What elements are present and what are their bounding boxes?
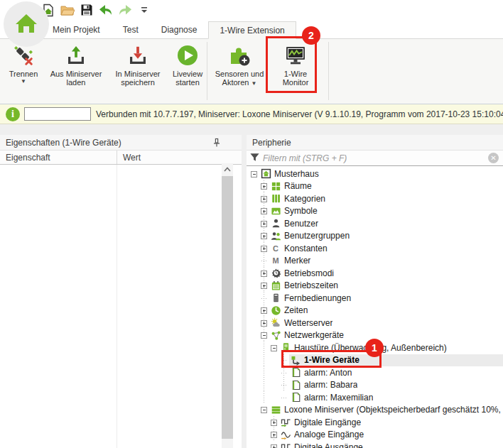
- tree-stub-line: [281, 385, 288, 386]
- collapse-icon[interactable]: [251, 171, 257, 177]
- tree-item[interactable]: alarm: Babara: [249, 379, 503, 392]
- user-group-icon: [270, 230, 281, 241]
- tree-indent-guide: [249, 429, 259, 442]
- tree-stub-line: [281, 373, 288, 373]
- tree-item-label: Symbole: [284, 206, 318, 216]
- expand-icon[interactable]: [271, 444, 277, 448]
- tree-item[interactable]: Betriebsmodi: [249, 267, 503, 280]
- expand-icon[interactable]: [261, 283, 267, 289]
- tree-expander-cell: [259, 205, 269, 218]
- customize-quick-access-icon[interactable]: [137, 3, 151, 17]
- in-miniserver-speichern-button[interactable]: In Miniserver speichern: [108, 40, 168, 87]
- tree-item[interactable]: Benutzer: [249, 217, 503, 230]
- tree-indent-guide: [249, 391, 259, 404]
- sensoren-und-aktoren-button[interactable]: Sensoren und Aktoren ▼: [209, 40, 270, 87]
- tree-indent-guide: [249, 230, 259, 243]
- tree-item-label: 1-Wire Geräte: [304, 355, 359, 365]
- tree-item[interactable]: Digitale Eingänge: [249, 416, 503, 429]
- redo-icon[interactable]: [118, 3, 132, 17]
- tree-item[interactable]: Räume: [249, 180, 503, 193]
- pin-icon[interactable]: [212, 138, 222, 148]
- tree-indent-guide: [269, 366, 279, 379]
- expand-icon[interactable]: [261, 246, 267, 252]
- tree-item[interactable]: Digitale Ausgänge: [249, 441, 503, 448]
- tree-item[interactable]: alarm: Anton: [249, 366, 503, 379]
- tree-indent-guide: [249, 267, 259, 280]
- collapse-icon[interactable]: [261, 332, 267, 339]
- tree-indent-guide: [259, 379, 269, 392]
- tab-test[interactable]: Test: [112, 21, 150, 38]
- status-input[interactable]: [24, 107, 91, 121]
- tree-item[interactable]: alarm: Maxemilian: [249, 391, 503, 404]
- collapse-icon[interactable]: [261, 407, 267, 413]
- tree-indent-guide: [249, 217, 259, 230]
- expand-icon[interactable]: [261, 221, 267, 227]
- column-header-eigenschaft[interactable]: Eigenschaft: [0, 151, 117, 164]
- ribbon: Trennen ▼ Aus Miniserver laden In Minise…: [0, 38, 503, 104]
- tab-1-wire-extension[interactable]: 1-Wire Extension: [208, 21, 296, 39]
- tree-item[interactable]: Musterhaus: [249, 168, 503, 180]
- scrollbar-up-icon[interactable]: [222, 163, 233, 175]
- panel-splitter[interactable]: [242, 135, 247, 448]
- analog-in-icon: [280, 429, 291, 440]
- expand-icon[interactable]: [261, 320, 267, 327]
- tab-diagnose[interactable]: Diagnose: [150, 21, 209, 38]
- tree-indent-guide: [249, 354, 259, 367]
- tree-item[interactable]: Wetterserver: [249, 317, 503, 329]
- expand-icon[interactable]: [261, 307, 267, 314]
- liveview-starten-button[interactable]: Liveview starten: [168, 40, 207, 87]
- tree-expander-cell: [259, 267, 269, 280]
- tree-expander-cell: [279, 379, 289, 392]
- collapse-icon[interactable]: [271, 345, 277, 351]
- tree-item[interactable]: Zeiten: [249, 305, 503, 317]
- tab-mein-projekt[interactable]: Mein Projekt: [41, 21, 112, 38]
- one-wire-monitor-button[interactable]: 1-Wire Monitor: [270, 40, 321, 87]
- page-icon: [290, 379, 301, 390]
- expand-icon[interactable]: [261, 183, 267, 190]
- filter-input[interactable]: [263, 153, 484, 163]
- properties-scrollbar[interactable]: [222, 163, 233, 448]
- tree-expander-cell: [259, 305, 269, 317]
- tree-item[interactable]: Kategorien: [249, 192, 503, 205]
- open-folder-icon[interactable]: [60, 3, 75, 17]
- play-icon: [175, 43, 200, 67]
- tree-expander-cell: [269, 441, 279, 448]
- status-info-bar: i Verbunden mit 10.7.7.197, Miniserver: …: [0, 104, 503, 124]
- tree-expander-cell: [259, 329, 269, 342]
- expand-icon[interactable]: [261, 271, 267, 277]
- tree-item[interactable]: Symbole: [249, 205, 503, 218]
- tree-item[interactable]: Loxone Miniserver (Objektspeicherbedarf …: [249, 404, 503, 417]
- tree-item[interactable]: MMerker: [249, 255, 503, 268]
- tree-item[interactable]: Analoge Eingänge: [249, 429, 503, 442]
- expand-icon[interactable]: [271, 420, 277, 426]
- tree-item[interactable]: Fernbedienungen: [249, 292, 503, 305]
- upload-tray-icon: [64, 43, 88, 67]
- expand-icon[interactable]: [271, 432, 277, 438]
- info-icon: i: [6, 107, 20, 121]
- aus-miniserver-laden-button[interactable]: Aus Miniserver laden: [44, 40, 108, 87]
- undo-icon[interactable]: [99, 3, 113, 17]
- expand-icon[interactable]: [261, 233, 267, 239]
- tree-item-label: Musterhaus: [274, 169, 319, 179]
- panel-gap: [0, 124, 503, 135]
- tree-item-label: Konstanten: [284, 244, 328, 253]
- letter-m-icon: M: [270, 255, 281, 266]
- column-header-wert[interactable]: Wert: [117, 151, 242, 164]
- tree-item[interactable]: Benutzergruppen: [249, 230, 503, 243]
- digital-in-icon: [280, 417, 291, 428]
- tree-indent-guide: [249, 404, 259, 417]
- expand-icon[interactable]: [261, 208, 267, 214]
- filter-clear-icon[interactable]: ✕: [488, 153, 499, 163]
- tree-item[interactable]: CKonstanten: [249, 242, 503, 255]
- title-bar: [0, 0, 503, 21]
- scrollbar-thumb[interactable]: [222, 176, 233, 439]
- home-button[interactable]: [4, 1, 49, 47]
- tree-indent-guide: [249, 317, 259, 329]
- disconnect-icon: [11, 43, 36, 67]
- tree-item[interactable]: Betriebszeiten: [249, 280, 503, 293]
- save-icon[interactable]: [80, 3, 94, 17]
- expand-icon[interactable]: [261, 196, 267, 202]
- sensoren-dropdown-caret: ▼: [252, 80, 257, 87]
- tree-item-label: Betriebszeiten: [284, 280, 338, 290]
- tree-expander-cell: [259, 217, 269, 230]
